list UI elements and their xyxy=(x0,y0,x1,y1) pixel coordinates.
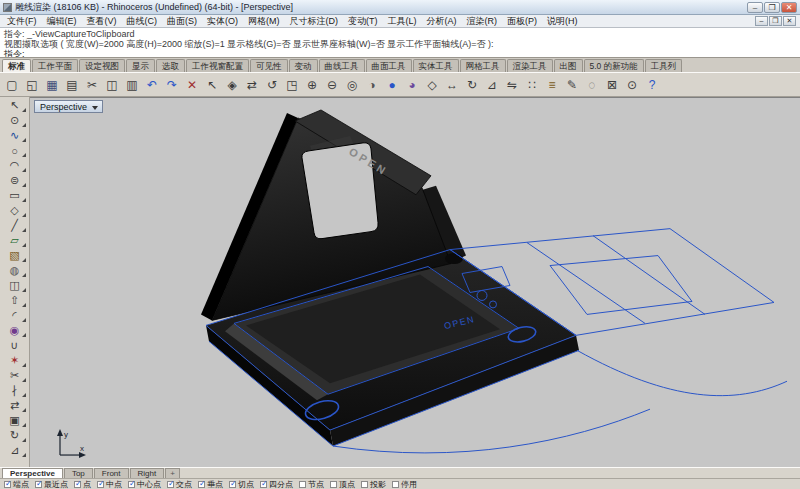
viewport-tab-front[interactable]: Front xyxy=(94,468,129,478)
tab-surface-tools[interactable]: 曲面工具 xyxy=(366,59,412,72)
redo-icon[interactable]: ↷ xyxy=(162,75,182,95)
document-minimize-button[interactable]: – xyxy=(755,16,768,26)
tab-toolbars[interactable]: 工具列 xyxy=(645,59,683,72)
osnap-checkbox[interactable] xyxy=(299,481,306,488)
tab-visibility[interactable]: 可见性 xyxy=(250,59,288,72)
tab-viewport-layout[interactable]: 工作视窗配置 xyxy=(186,59,249,72)
select-icon[interactable]: ↖ xyxy=(202,75,222,95)
render-preview-icon[interactable]: ◕ xyxy=(402,75,422,95)
osnap-toggle-icon[interactable]: ⊙ xyxy=(622,75,642,95)
object-properties-icon[interactable]: ✎ xyxy=(562,75,582,95)
sphere-icon[interactable]: ◍ xyxy=(3,263,27,278)
print-icon[interactable]: ▤ xyxy=(62,75,82,95)
cut-icon[interactable]: ✂ xyxy=(82,75,102,95)
osnap-point[interactable]: 点 xyxy=(74,479,91,489)
zoom-extents-icon[interactable]: ◈ xyxy=(222,75,242,95)
shaded-view-icon[interactable]: ◑ xyxy=(362,75,382,95)
tab-standard[interactable]: 标准 xyxy=(2,59,31,72)
trim-icon[interactable]: ✂ xyxy=(3,368,27,383)
command-prompt-input[interactable]: 指令: xyxy=(4,49,796,58)
osnap-project[interactable]: 投影 xyxy=(361,479,386,489)
ellipse-icon[interactable]: ⊜ xyxy=(3,173,27,188)
join-icon[interactable]: ∪ xyxy=(3,338,27,353)
menu-help[interactable]: 说明(H) xyxy=(542,15,583,27)
tab-cplanes[interactable]: 工作平面 xyxy=(32,59,78,72)
osnap-end[interactable]: 端点 xyxy=(4,479,29,489)
document-close-button[interactable]: ✕ xyxy=(783,16,796,26)
tab-new-in-v5[interactable]: 5.0 的新功能 xyxy=(584,59,644,72)
circle-icon[interactable]: ○ xyxy=(3,143,27,158)
tab-solid-tools[interactable]: 实体工具 xyxy=(413,59,459,72)
undo-icon[interactable]: ↶ xyxy=(142,75,162,95)
menu-surface[interactable]: 曲面(S) xyxy=(162,15,202,27)
osnap-checkbox[interactable] xyxy=(97,481,104,488)
control-points-icon[interactable]: ⊙ xyxy=(3,113,27,128)
window-maximize-button[interactable]: ❒ xyxy=(764,2,780,13)
rotate-icon[interactable]: ↻ xyxy=(462,75,482,95)
perspective-viewport[interactable]: Perspective xyxy=(30,97,800,467)
tab-display[interactable]: 显示 xyxy=(126,59,155,72)
help-icon[interactable]: ? xyxy=(642,75,662,95)
osnap-checkbox[interactable] xyxy=(4,481,11,488)
hide-object-icon[interactable]: ◌ xyxy=(582,75,602,95)
render-icon[interactable]: ● xyxy=(382,75,402,95)
surface-icon[interactable]: ▱ xyxy=(3,233,27,248)
open-file-icon[interactable]: ◱ xyxy=(22,75,42,95)
osnap-checkbox[interactable] xyxy=(198,481,205,488)
extrude-icon[interactable]: ⇧ xyxy=(3,293,27,308)
paste-icon[interactable]: ▥ xyxy=(122,75,142,95)
osnap-disable[interactable]: 停用 xyxy=(392,479,417,489)
zoom-window-icon[interactable]: ◳ xyxy=(282,75,302,95)
array-icon[interactable]: ∷ xyxy=(522,75,542,95)
osnap-mid[interactable]: 中点 xyxy=(97,479,122,489)
viewport-tab-add-button[interactable]: + xyxy=(165,468,180,478)
osnap-checkbox[interactable] xyxy=(35,481,42,488)
save-icon[interactable]: ▦ xyxy=(42,75,62,95)
osnap-vertex[interactable]: 顶点 xyxy=(330,479,355,489)
menu-file[interactable]: 文件(F) xyxy=(2,15,42,27)
line-icon[interactable]: ╱ xyxy=(3,218,27,233)
window-close-button[interactable]: ✕ xyxy=(781,2,797,13)
menu-edit[interactable]: 编辑(E) xyxy=(42,15,82,27)
tab-select[interactable]: 选取 xyxy=(156,59,185,72)
box-icon[interactable]: ▧ xyxy=(3,248,27,263)
viewport-title-menu[interactable]: Perspective xyxy=(34,100,103,113)
move-tool-icon[interactable]: ⇄ xyxy=(3,398,27,413)
menu-dimension[interactable]: 尺寸标注(D) xyxy=(285,15,344,27)
osnap-checkbox[interactable] xyxy=(392,481,399,488)
tab-transform[interactable]: 变动 xyxy=(289,59,318,72)
menu-tools[interactable]: 工具(L) xyxy=(383,15,422,27)
osnap-near[interactable]: 最近点 xyxy=(35,479,68,489)
polygon-icon[interactable]: ◇ xyxy=(3,203,27,218)
viewport-canvas[interactable]: OPEN OPEN xyxy=(30,98,800,467)
menu-panels[interactable]: 面板(P) xyxy=(502,15,542,27)
delete-icon[interactable]: ✕ xyxy=(182,75,202,95)
zoom-in-icon[interactable]: ⊕ xyxy=(302,75,322,95)
tab-set-view[interactable]: 设定视图 xyxy=(79,59,125,72)
osnap-center[interactable]: 中心点 xyxy=(128,479,161,489)
osnap-checkbox[interactable] xyxy=(167,481,174,488)
mirror-icon[interactable]: ⇋ xyxy=(502,75,522,95)
arc-icon[interactable]: ◠ xyxy=(3,158,27,173)
select-arrow-icon[interactable]: ↖ xyxy=(3,98,27,113)
menu-curve[interactable]: 曲线(C) xyxy=(122,15,163,27)
lock-object-icon[interactable]: ⊠ xyxy=(602,75,622,95)
fillet-icon[interactable]: ◜ xyxy=(3,308,27,323)
menu-mesh[interactable]: 网格(M) xyxy=(243,15,285,27)
zoom-selected-icon[interactable]: ◎ xyxy=(342,75,362,95)
layers-icon[interactable]: ≡ xyxy=(542,75,562,95)
osnap-checkbox[interactable] xyxy=(260,481,267,488)
viewport-tab-right[interactable]: Right xyxy=(130,468,165,478)
curve-icon[interactable]: ∿ xyxy=(3,128,27,143)
menu-solid[interactable]: 实体(O) xyxy=(202,15,243,27)
osnap-checkbox[interactable] xyxy=(361,481,368,488)
osnap-tangent[interactable]: 切点 xyxy=(229,479,254,489)
osnap-checkbox[interactable] xyxy=(229,481,236,488)
tab-drafting[interactable]: 出图 xyxy=(554,59,583,72)
osnap-quadrant[interactable]: 四分点 xyxy=(260,479,293,489)
viewport-tab-perspective[interactable]: Perspective xyxy=(2,468,63,478)
osnap-checkbox[interactable] xyxy=(74,481,81,488)
tab-curve-tools[interactable]: 曲线工具 xyxy=(319,59,365,72)
menu-view[interactable]: 查看(V) xyxy=(82,15,122,27)
move-icon[interactable]: ↔ xyxy=(442,75,462,95)
